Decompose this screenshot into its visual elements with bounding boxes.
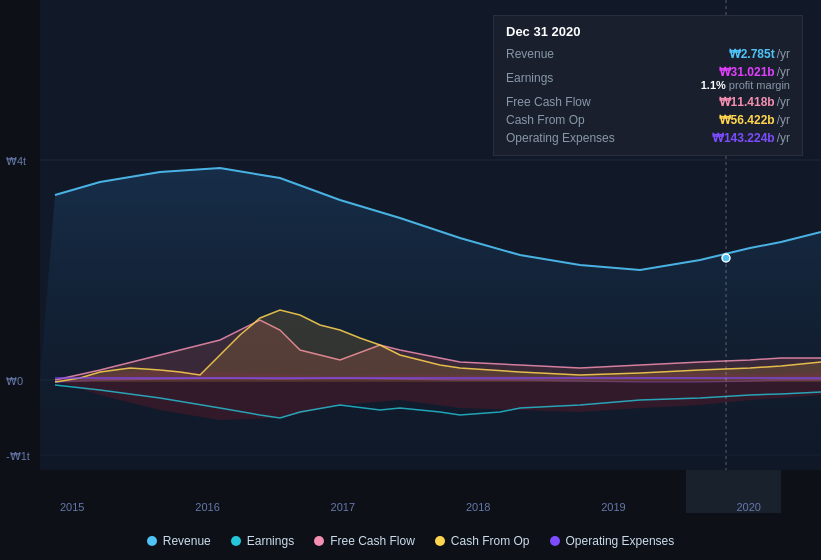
tooltip-row-cashop: Cash From Op ₩56.422b/yr xyxy=(506,111,790,129)
tooltip-value-cashop: ₩56.422b/yr xyxy=(719,113,790,127)
x-label-2016: 2016 xyxy=(195,501,219,513)
tooltip-date: Dec 31 2020 xyxy=(506,24,790,39)
legend-dot-fcf xyxy=(314,536,324,546)
tooltip-box: Dec 31 2020 Revenue ₩2.785t/yr Earnings … xyxy=(493,15,803,156)
chart-container: Dec 31 2020 Revenue ₩2.785t/yr Earnings … xyxy=(0,0,821,560)
legend-item-earnings[interactable]: Earnings xyxy=(231,534,294,548)
tooltip-row-revenue: Revenue ₩2.785t/yr xyxy=(506,45,790,63)
x-label-2017: 2017 xyxy=(331,501,355,513)
legend-label-earnings: Earnings xyxy=(247,534,294,548)
legend-dot-earnings xyxy=(231,536,241,546)
legend-dot-cashop xyxy=(435,536,445,546)
svg-point-5 xyxy=(722,254,730,262)
tooltip-value-earnings: ₩31.021b/yr xyxy=(701,65,790,79)
profit-margin: 1.1% profit margin xyxy=(701,79,790,91)
legend-item-opex[interactable]: Operating Expenses xyxy=(550,534,675,548)
tooltip-label-opex: Operating Expenses xyxy=(506,131,616,145)
tooltip-label-revenue: Revenue xyxy=(506,47,616,61)
tooltip-row-opex: Operating Expenses ₩143.224b/yr xyxy=(506,129,790,147)
x-label-2018: 2018 xyxy=(466,501,490,513)
legend-label-revenue: Revenue xyxy=(163,534,211,548)
legend-label-cashop: Cash From Op xyxy=(451,534,530,548)
x-label-2019: 2019 xyxy=(601,501,625,513)
legend-item-revenue[interactable]: Revenue xyxy=(147,534,211,548)
tooltip-value-opex: ₩143.224b/yr xyxy=(712,131,790,145)
legend-dot-revenue xyxy=(147,536,157,546)
legend-item-fcf[interactable]: Free Cash Flow xyxy=(314,534,415,548)
x-label-2015: 2015 xyxy=(60,501,84,513)
x-label-2020: 2020 xyxy=(736,501,760,513)
chart-legend: Revenue Earnings Free Cash Flow Cash Fro… xyxy=(0,534,821,548)
tooltip-row-fcf: Free Cash Flow ₩11.418b/yr xyxy=(506,93,790,111)
tooltip-label-fcf: Free Cash Flow xyxy=(506,95,616,109)
tooltip-value-revenue: ₩2.785t/yr xyxy=(729,47,790,61)
tooltip-label-earnings: Earnings xyxy=(506,71,616,85)
legend-label-fcf: Free Cash Flow xyxy=(330,534,415,548)
x-axis: 2015 2016 2017 2018 2019 2020 xyxy=(40,501,781,513)
legend-dot-opex xyxy=(550,536,560,546)
tooltip-row-earnings: Earnings ₩31.021b/yr 1.1% profit margin xyxy=(506,63,790,93)
tooltip-label-cashop: Cash From Op xyxy=(506,113,616,127)
legend-item-cashop[interactable]: Cash From Op xyxy=(435,534,530,548)
legend-label-opex: Operating Expenses xyxy=(566,534,675,548)
tooltip-value-fcf: ₩11.418b/yr xyxy=(719,95,790,109)
